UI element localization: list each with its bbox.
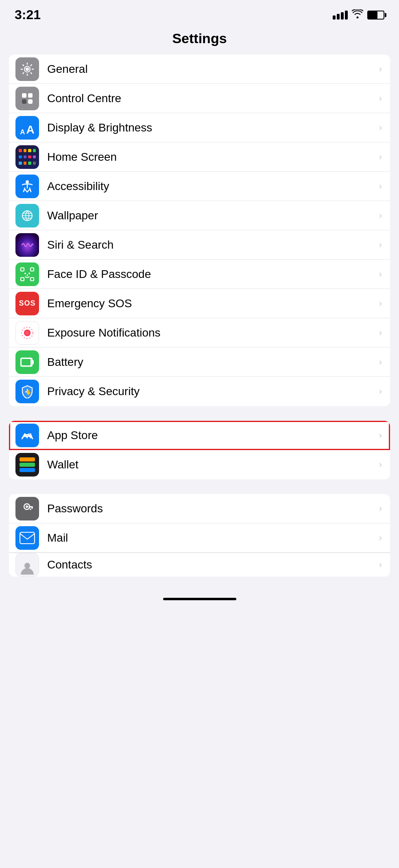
status-time: 3:21 [15, 7, 41, 22]
control-centre-icon [15, 87, 39, 110]
home-screen-chevron: › [379, 152, 382, 162]
display-brightness-chevron: › [379, 122, 382, 133]
wallet-icon [15, 453, 39, 477]
app-store-icon [15, 424, 39, 447]
accessibility-label: Accessibility [47, 180, 376, 193]
svg-rect-24 [31, 507, 33, 509]
svg-rect-10 [21, 278, 24, 281]
svg-point-0 [26, 68, 29, 71]
status-bar: 3:21 [0, 0, 399, 26]
svg-rect-23 [28, 506, 33, 507]
exposure-label: Exposure Notifications [47, 326, 376, 339]
svg-rect-25 [30, 509, 31, 510]
general-icon [15, 57, 39, 81]
general-label: General [47, 63, 376, 76]
siri-search-chevron: › [379, 240, 382, 250]
home-indicator [0, 591, 399, 603]
settings-group-2: App Store › Wallet › [9, 421, 390, 479]
wallpaper-label: Wallpaper [47, 209, 376, 222]
control-centre-label: Control Centre [47, 92, 376, 105]
general-chevron: › [379, 64, 382, 74]
page-title: Settings [0, 26, 399, 55]
sidebar-item-face-id[interactable]: Face ID & Passcode › [9, 260, 390, 289]
emergency-sos-icon: SOS [15, 292, 39, 315]
privacy-label: Privacy & Security [47, 385, 376, 398]
settings-group-1: General › Control Centre › A A Display &… [9, 55, 390, 406]
svg-rect-2 [22, 93, 26, 98]
battery-label: Battery [47, 356, 376, 369]
svg-point-29 [24, 563, 30, 568]
battery-chevron: › [379, 357, 382, 367]
sidebar-item-passwords[interactable]: Passwords › [9, 494, 390, 523]
svg-rect-4 [22, 99, 26, 104]
svg-text:✋: ✋ [26, 389, 32, 395]
battery-list-icon [15, 350, 39, 374]
svg-point-12 [24, 273, 26, 274]
mail-label: Mail [47, 531, 376, 544]
svg-point-22 [26, 505, 28, 508]
sidebar-item-app-store[interactable]: App Store › [9, 421, 390, 450]
settings-group-3: Passwords › Mail › Contacts › [9, 494, 390, 577]
face-id-label: Face ID & Passcode [47, 268, 376, 281]
sidebar-item-accessibility[interactable]: Accessibility › [9, 172, 390, 201]
wallpaper-icon [15, 204, 39, 227]
signal-icon [333, 11, 348, 20]
mail-icon [15, 526, 39, 550]
sidebar-item-exposure[interactable]: Exposure Notifications › [9, 318, 390, 348]
wallet-chevron: › [379, 459, 382, 470]
sidebar-item-wallet[interactable]: Wallet › [9, 450, 390, 479]
app-store-chevron: › [379, 430, 382, 441]
app-store-label: App Store [47, 429, 376, 442]
svg-rect-26 [20, 532, 35, 544]
contacts-label: Contacts [47, 558, 376, 571]
sidebar-item-wallpaper[interactable]: Wallpaper › [9, 201, 390, 230]
privacy-icon: ✋ [15, 380, 39, 403]
face-id-icon [15, 262, 39, 286]
contacts-icon [15, 553, 39, 577]
svg-point-6 [26, 180, 29, 184]
siri-icon [15, 233, 39, 257]
passwords-icon [15, 497, 39, 520]
svg-rect-9 [31, 268, 34, 271]
control-centre-chevron: › [379, 93, 382, 104]
sidebar-item-emergency-sos[interactable]: SOS Emergency SOS › [9, 289, 390, 318]
sidebar-item-control-centre[interactable]: Control Centre › [9, 84, 390, 113]
svg-rect-11 [31, 278, 34, 281]
sidebar-item-siri-search[interactable]: Siri & Search › [9, 230, 390, 260]
wallet-label: Wallet [47, 458, 376, 471]
home-screen-icon [15, 145, 39, 169]
home-bar [163, 598, 236, 600]
display-brightness-icon: A A [15, 116, 39, 140]
sidebar-item-home-screen[interactable]: Home Screen › [9, 142, 390, 172]
sidebar-item-mail[interactable]: Mail › [9, 523, 390, 553]
wallpaper-chevron: › [379, 210, 382, 221]
sidebar-item-display-brightness[interactable]: A A Display & Brightness › [9, 113, 390, 142]
sidebar-item-battery[interactable]: Battery › [9, 348, 390, 377]
emergency-sos-chevron: › [379, 298, 382, 309]
passwords-label: Passwords [47, 502, 376, 515]
privacy-chevron: › [379, 386, 382, 397]
svg-point-13 [28, 273, 30, 274]
sidebar-item-contacts-partial[interactable]: Contacts › [9, 553, 390, 577]
battery-status-icon [367, 11, 384, 20]
accessibility-icon [15, 175, 39, 198]
passwords-chevron: › [379, 503, 382, 514]
svg-rect-8 [21, 268, 24, 271]
emergency-sos-label: Emergency SOS [47, 297, 376, 310]
accessibility-chevron: › [379, 181, 382, 192]
svg-rect-27 [20, 532, 35, 544]
svg-rect-18 [32, 360, 34, 364]
mail-chevron: › [379, 533, 382, 543]
svg-rect-19 [22, 359, 31, 365]
status-icons [333, 9, 384, 21]
exposure-chevron: › [379, 328, 382, 338]
display-brightness-label: Display & Brightness [47, 121, 376, 134]
sidebar-item-privacy[interactable]: ✋ Privacy & Security › [9, 377, 390, 406]
siri-search-label: Siri & Search [47, 238, 376, 251]
exposure-icon [15, 321, 39, 345]
svg-rect-3 [28, 93, 33, 98]
face-id-chevron: › [379, 269, 382, 280]
svg-rect-5 [28, 99, 33, 104]
svg-point-15 [24, 330, 31, 336]
sidebar-item-general[interactable]: General › [9, 55, 390, 84]
